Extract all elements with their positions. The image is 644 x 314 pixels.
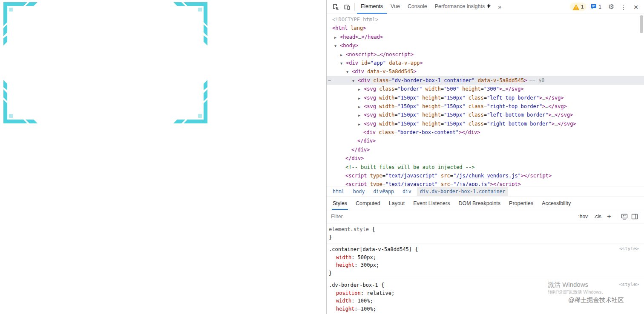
tab-layout[interactable]: Layout: [385, 197, 409, 210]
dom-tree-row[interactable]: <script type="text/javascript" src="/js/…: [327, 171, 644, 180]
css-declaration[interactable]: position: relative;: [329, 289, 644, 297]
dom-tree-row[interactable]: ▼<body>: [327, 41, 644, 50]
twisty-collapsed-icon[interactable]: ▶: [358, 103, 364, 111]
code-token: ></div>: [459, 129, 480, 135]
pseudo-state-toggle[interactable]: :hov: [578, 214, 588, 220]
element-style-section[interactable]: element.style { }: [327, 223, 644, 243]
dom-tree-row[interactable]: <!-- built files will be auto injected -…: [327, 163, 644, 171]
property-name: width: [336, 298, 351, 304]
warnings-badge[interactable]: 1: [570, 3, 587, 11]
twisty-collapsed-icon[interactable]: ▶: [358, 94, 364, 103]
tab-console[interactable]: Console: [404, 0, 431, 14]
dom-tree-row[interactable]: ⋯▼<div class="dv-border-box-1 container"…: [327, 76, 644, 85]
tab-label: Vue: [391, 3, 400, 9]
breadcrumb: htmlbodydiv#appdivdiv.dv-border-box-1.co…: [327, 186, 644, 197]
dom-tree-row[interactable]: ▶<svg class="border" width="500" height=…: [327, 85, 644, 93]
twisty-expanded-icon[interactable]: ▼: [340, 59, 346, 68]
inspect-element-button[interactable]: [330, 1, 341, 12]
property-value: 100%: [358, 298, 370, 304]
settings-button[interactable]: ⚙: [606, 1, 617, 12]
twisty-collapsed-icon[interactable]: ▶: [358, 120, 364, 128]
code-token: =: [441, 95, 444, 101]
dom-tree-row[interactable]: ▶<svg width="150px" height="150px" class…: [327, 94, 644, 102]
kebab-menu-icon: ⋮: [621, 4, 627, 10]
breadcrumb-item[interactable]: html: [330, 187, 348, 196]
dom-tree-row[interactable]: ▼<div id="app" data-v-app>: [327, 59, 644, 67]
twisty-collapsed-icon[interactable]: ▶: [334, 33, 340, 42]
code-token: =: [382, 173, 385, 179]
dom-tree-row[interactable]: ▶<svg width="150px" height="150px" class…: [327, 120, 644, 128]
dom-tree-row[interactable]: <div class="border-box-content"></div>: [327, 128, 644, 137]
devtools-menu-button[interactable]: ⋮: [618, 1, 629, 12]
dom-tree-row[interactable]: ▶<svg width="150px" height="150px" class…: [327, 111, 644, 119]
code-token: "150px": [398, 112, 420, 118]
tab-vue[interactable]: Vue: [387, 0, 404, 14]
dom-tree-row[interactable]: <!DOCTYPE html>: [327, 15, 644, 24]
code-token: =: [382, 181, 385, 186]
code-token: type: [367, 173, 382, 179]
issues-badge[interactable]: 1: [588, 3, 604, 11]
breadcrumb-item[interactable]: div: [400, 187, 414, 196]
tab-performance-insights[interactable]: Performance insights: [431, 0, 494, 14]
device-toolbar-button[interactable]: [341, 1, 352, 12]
dom-tree-row[interactable]: </div>: [327, 146, 644, 154]
code-token: =: [484, 103, 487, 109]
dom-tree-row[interactable]: ▶<head>…</head>: [327, 33, 644, 41]
property-name: position: [336, 290, 361, 296]
code-token: data-v-5a8dd545: [364, 69, 414, 74]
tab-event-listeners[interactable]: Event Listeners: [409, 197, 454, 210]
row-actions-icon[interactable]: ⋯: [328, 76, 331, 85]
style-rule-section[interactable]: <style>.dv-border-box-1 {position: relat…: [327, 279, 644, 314]
more-tabs-button[interactable]: »: [494, 3, 505, 10]
dom-tree-row[interactable]: ▶<noscript>…</noscript>: [327, 50, 644, 59]
dom-tree-row[interactable]: </div>: [327, 154, 644, 163]
twisty-expanded-icon[interactable]: ▼: [346, 68, 352, 76]
tab-properties[interactable]: Properties: [505, 197, 538, 210]
rendering-emulations-button[interactable]: [619, 211, 630, 222]
code-token: <div: [346, 60, 358, 66]
breadcrumb-item[interactable]: div.dv-border-box-1.container: [417, 187, 509, 196]
code-token: "border-box-content": [397, 129, 459, 135]
new-style-rule-button[interactable]: +: [607, 213, 611, 220]
styles-filter-input[interactable]: Filter: [331, 214, 575, 220]
dom-tree-row[interactable]: </div>: [327, 137, 644, 145]
breadcrumb-item[interactable]: body: [350, 187, 368, 196]
breadcrumb-item[interactable]: div#app: [370, 187, 397, 196]
twisty-collapsed-icon[interactable]: ▶: [358, 111, 364, 120]
devtools-tabs: ElementsVueConsolePerformance insights: [357, 0, 494, 14]
tab-elements[interactable]: Elements: [357, 0, 387, 14]
tab-dom-breakpoints[interactable]: DOM Breakpoints: [454, 197, 505, 210]
css-declaration[interactable]: width: 500px;: [329, 254, 644, 262]
tab-computed[interactable]: Computed: [351, 197, 385, 210]
twisty-expanded-icon[interactable]: ▼: [352, 77, 358, 85]
close-devtools-button[interactable]: ×: [630, 1, 641, 12]
twisty-collapsed-icon[interactable]: ▶: [340, 51, 346, 59]
dom-tree-row[interactable]: ▶<svg width="150px" height="150px" class…: [327, 102, 644, 111]
css-declaration[interactable]: height: 100%;: [329, 305, 644, 313]
code-token: <head>: [340, 34, 358, 40]
style-source-link[interactable]: <style>: [619, 246, 639, 251]
code-token: >: [414, 69, 417, 74]
code-token: <svg: [364, 103, 376, 109]
dom-tree-row[interactable]: ▼<div data-v-5a8dd545>: [327, 67, 644, 76]
twisty-expanded-icon[interactable]: ▼: [334, 42, 340, 50]
code-token: "right-top border": [487, 103, 542, 109]
tab-styles[interactable]: Styles: [328, 197, 351, 210]
tab-label: Elements: [361, 3, 383, 9]
code-token: class: [376, 86, 394, 92]
element-style-selector: element.style: [329, 226, 369, 232]
inspected-page: [0, 0, 326, 314]
css-declaration[interactable]: height: 300px;: [329, 261, 644, 269]
twisty-collapsed-icon[interactable]: ▶: [358, 85, 364, 94]
computed-sidebar-toggle-button[interactable]: [630, 211, 640, 222]
brace-close: }: [329, 270, 332, 276]
css-declaration[interactable]: width: 100%;: [329, 297, 644, 305]
style-rule-section[interactable]: <style>.container[data-v-5a8dd545] {widt…: [327, 243, 644, 279]
tab-accessibility[interactable]: Accessibility: [538, 197, 575, 210]
dom-tree-row[interactable]: <html lang>: [327, 24, 644, 32]
code-token: height: [419, 121, 441, 127]
dom-tree-row[interactable]: <script type="text/javascript" src="/js/…: [327, 180, 644, 186]
style-source-link[interactable]: <style>: [619, 282, 639, 287]
element-classes-toggle[interactable]: .cls: [594, 214, 601, 220]
gear-icon: ⚙: [608, 3, 614, 10]
